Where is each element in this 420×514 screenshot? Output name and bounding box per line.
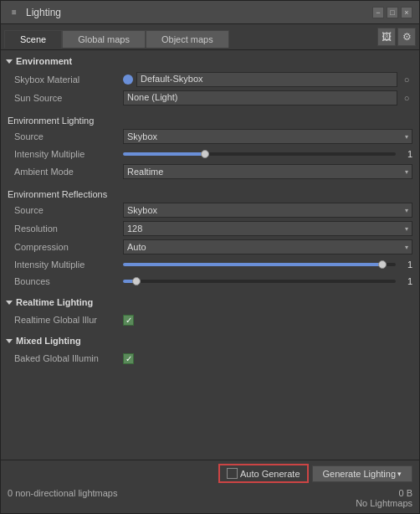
tab-global-maps[interactable]: Global maps	[62, 30, 146, 48]
env-refl-bounces-row: Bounces 1	[1, 273, 419, 290]
env-lighting-intensity-track[interactable]	[123, 152, 396, 156]
maximize-button[interactable]: □	[387, 7, 398, 18]
env-refl-compression-select[interactable]: Auto ▾	[123, 239, 412, 254]
mixed-lighting-title: Mixed Lighting	[16, 336, 81, 346]
status-no-lightmaps-text: No Lightmaps	[210, 498, 412, 508]
auto-generate-button[interactable]: Auto Generate	[218, 464, 309, 483]
env-refl-bounces-track[interactable]	[123, 280, 396, 283]
sun-source-row: Sun Source None (Light) ○	[1, 89, 419, 107]
status-lightmaps-count: 0 non-directional lightmaps	[8, 488, 210, 498]
env-lighting-intensity-value: 1	[123, 149, 412, 159]
realtime-lighting-header[interactable]: Realtime Lighting	[1, 295, 419, 310]
sun-source-field[interactable]: None (Light)	[123, 90, 397, 105]
status-size-container: 0 B No Lightmaps	[210, 488, 412, 508]
env-refl-bounces-value: 1	[123, 276, 412, 286]
realtime-gi-label: Realtime Global Illur	[14, 315, 123, 325]
realtime-gi-value: ✓	[123, 315, 412, 326]
env-lighting-intensity-value-text: 1	[401, 149, 412, 159]
status-lightmaps-text: 0 non-directional lightmaps	[8, 488, 117, 498]
gear-icon-button[interactable]: ⚙	[397, 28, 416, 46]
minimize-button[interactable]: −	[372, 7, 384, 18]
env-lighting-intensity-row: Intensity Multiplie 1	[1, 146, 419, 162]
skybox-material-value: Default-Skybox ○	[123, 72, 412, 87]
sun-source-link-icon[interactable]: ○	[401, 92, 412, 104]
env-lighting-intensity-thumb[interactable]	[201, 150, 209, 158]
sun-source-value: None (Light) ○	[123, 90, 412, 105]
tab-bar: Scene Global maps Object maps 🖼 ⚙	[1, 24, 419, 50]
title-bar: ≡ Lighting − □ ×	[1, 1, 419, 24]
env-refl-intensity-thumb[interactable]	[378, 260, 387, 269]
environment-title: Environment	[16, 56, 72, 66]
lighting-window: ≡ Lighting − □ × Scene Global maps Objec…	[0, 0, 420, 514]
mixed-collapse-icon	[6, 339, 13, 343]
skybox-material-row: Skybox Material Default-Skybox ○	[1, 70, 419, 89]
mixed-lighting-header[interactable]: Mixed Lighting	[1, 333, 419, 348]
environment-collapse-icon	[6, 59, 13, 64]
env-refl-source-value: Skybox ▾	[123, 203, 412, 218]
env-refl-compression-text: Auto	[127, 242, 146, 252]
env-refl-intensity-value: 1	[123, 260, 412, 270]
env-lighting-source-arrow: ▾	[405, 133, 408, 141]
realtime-lighting-content: Realtime Global Illur ✓	[1, 310, 419, 333]
env-refl-bounces-value-text: 1	[401, 276, 412, 286]
env-lighting-intensity-label: Intensity Multiplie	[14, 149, 123, 159]
env-refl-source-row: Source Skybox ▾	[1, 201, 419, 219]
env-lighting-source-text: Skybox	[127, 131, 157, 141]
skybox-material-field[interactable]: Default-Skybox	[136, 72, 397, 87]
env-refl-bounces-thumb[interactable]	[132, 277, 141, 285]
env-refl-resolution-text: 128	[127, 224, 142, 234]
ambient-mode-row: Ambient Mode Realtime ▾	[1, 162, 419, 181]
env-refl-intensity-fill	[123, 263, 382, 266]
environment-reflections-label: Environment Reflections	[1, 186, 419, 201]
bottom-bar: Auto Generate Generate Lighting ▾ 0 non-…	[1, 460, 419, 513]
realtime-gi-row: Realtime Global Illur ✓	[1, 311, 419, 328]
env-refl-resolution-label: Resolution	[14, 224, 123, 234]
realtime-gi-checkbox-container: ✓	[123, 315, 134, 326]
baked-gi-checkbox[interactable]: ✓	[123, 353, 134, 364]
generate-lighting-label: Generate Lighting	[323, 469, 396, 479]
tab-object-maps[interactable]: Object maps	[146, 30, 229, 48]
ambient-mode-select[interactable]: Realtime ▾	[123, 164, 412, 179]
env-refl-intensity-value-text: 1	[401, 260, 412, 270]
window-icon: ≡	[8, 6, 21, 19]
environment-section-header[interactable]: Environment	[1, 54, 419, 69]
window-title: Lighting	[26, 7, 61, 18]
env-lighting-source-label: Source	[14, 131, 123, 141]
image-icon-button[interactable]: 🖼	[377, 28, 396, 46]
main-content[interactable]: Environment Skybox Material Default-Skyb…	[1, 50, 419, 460]
tab-scene[interactable]: Scene	[4, 30, 62, 49]
auto-generate-label: Auto Generate	[240, 469, 300, 479]
baked-gi-row: Baked Global Illumin ✓	[1, 350, 419, 367]
env-refl-resolution-arrow: ▾	[405, 225, 408, 233]
ambient-mode-arrow: ▾	[405, 168, 408, 176]
status-row: 0 non-directional lightmaps 0 B No Light…	[8, 486, 412, 510]
env-refl-resolution-select[interactable]: 128 ▾	[123, 221, 412, 236]
baked-gi-label: Baked Global Illumin	[14, 353, 123, 363]
env-refl-compression-label: Compression	[14, 242, 123, 252]
sun-source-label: Sun Source	[14, 93, 123, 103]
environment-lighting-label: Environment Lighting	[1, 112, 419, 127]
env-lighting-intensity-fill	[123, 152, 205, 156]
env-refl-resolution-value: 128 ▾	[123, 221, 412, 236]
skybox-link-icon[interactable]: ○	[401, 74, 412, 85]
realtime-collapse-icon	[6, 301, 13, 305]
generate-lighting-arrow: ▾	[397, 470, 402, 478]
env-refl-resolution-row: Resolution 128 ▾	[1, 219, 419, 238]
env-refl-compression-row: Compression Auto ▾	[1, 238, 419, 256]
env-refl-intensity-track[interactable]	[123, 263, 396, 266]
close-button[interactable]: ×	[401, 7, 412, 18]
baked-gi-value: ✓	[123, 353, 412, 364]
skybox-circle-icon	[123, 75, 133, 85]
env-refl-intensity-slider-container: 1	[123, 260, 412, 270]
auto-generate-checkbox[interactable]	[227, 468, 238, 479]
env-refl-bounces-slider-container: 1	[123, 276, 412, 286]
ambient-mode-text: Realtime	[127, 167, 163, 177]
env-refl-source-select[interactable]: Skybox ▾	[123, 203, 412, 218]
generate-lighting-button[interactable]: Generate Lighting ▾	[312, 465, 412, 482]
skybox-material-label: Skybox Material	[14, 75, 123, 85]
env-lighting-source-select[interactable]: Skybox ▾	[123, 129, 412, 144]
status-size-text: 0 B	[210, 488, 412, 498]
realtime-gi-checkbox[interactable]: ✓	[123, 315, 134, 326]
window-controls: − □ ×	[372, 7, 412, 18]
env-lighting-intensity-slider-container: 1	[123, 149, 412, 159]
